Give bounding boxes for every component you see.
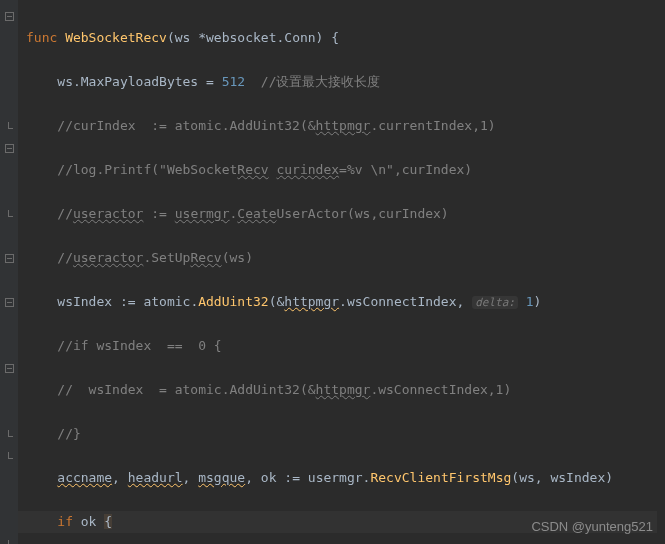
fold-close-icon[interactable] [0, 423, 18, 445]
code-editor[interactable]: func WebSocketRecv(ws *websocket.Conn) {… [0, 0, 665, 544]
code-line[interactable]: //useractor := usermgr.CeateUserActor(ws… [26, 203, 657, 225]
code-line[interactable]: //useractor.SetUpRecv(ws) [26, 247, 657, 269]
code-line[interactable]: func WebSocketRecv(ws *websocket.Conn) { [26, 27, 657, 49]
fold-close-icon[interactable] [0, 445, 18, 467]
code-line[interactable]: //curIndex := atomic.AddUint32(&httpmgr.… [26, 115, 657, 137]
fold-close-icon[interactable] [0, 533, 18, 544]
code-line[interactable]: //if wsIndex == 0 { [26, 335, 657, 357]
code-line[interactable]: //} [26, 423, 657, 445]
fold-icon[interactable] [0, 5, 18, 27]
code-line[interactable]: //log.Printf("WebSocketRecv curindex=%v … [26, 159, 657, 181]
fold-close-icon[interactable] [0, 115, 18, 137]
code-line[interactable]: ws.MaxPayloadBytes = 512 //设置最大接收长度 [26, 71, 657, 93]
fold-icon[interactable] [0, 291, 18, 313]
code-area[interactable]: func WebSocketRecv(ws *websocket.Conn) {… [18, 0, 665, 544]
code-line[interactable]: accname, headurl, msgque, ok := usermgr.… [26, 467, 657, 489]
fold-icon[interactable] [0, 247, 18, 269]
watermark: CSDN @yunteng521 [531, 519, 653, 534]
fold-close-icon[interactable] [0, 203, 18, 225]
gutter [0, 0, 18, 544]
code-line[interactable]: wsIndex := atomic.AddUint32(&httpmgr.wsC… [26, 291, 657, 313]
fold-icon[interactable] [0, 137, 18, 159]
code-line[interactable]: // wsIndex = atomic.AddUint32(&httpmgr.w… [26, 379, 657, 401]
fold-icon[interactable] [0, 357, 18, 379]
